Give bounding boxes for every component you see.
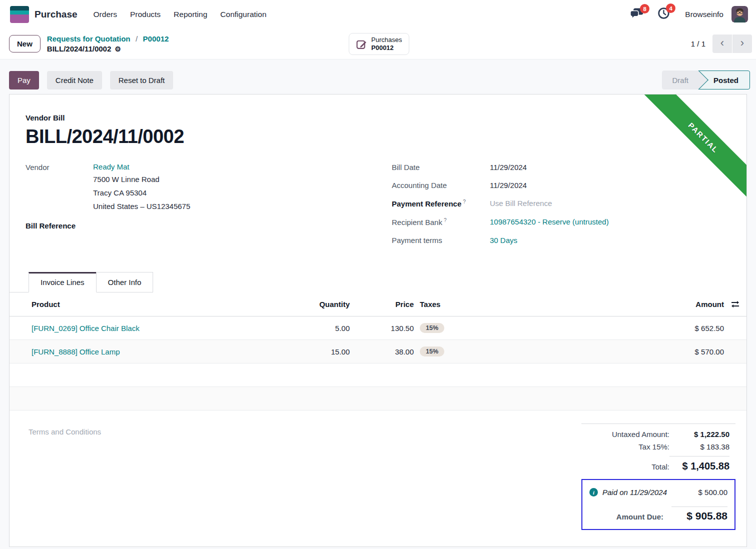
vendor-label: Vendor bbox=[26, 162, 93, 213]
action-buttons: Pay Credit Note Reset to Draft bbox=[9, 71, 173, 90]
notebook-tabs: Invoice Lines Other Info bbox=[10, 272, 153, 292]
total-label: Total: bbox=[651, 462, 669, 471]
recipient-bank-link[interactable]: 10987654320 - Reserve (untrusted) bbox=[490, 218, 609, 226]
help-icon: ? bbox=[444, 218, 447, 223]
bill-reference-label: Bill Reference bbox=[26, 221, 93, 231]
edit-icon bbox=[356, 39, 367, 50]
breadcrumb-p00012[interactable]: P00012 bbox=[143, 34, 169, 43]
gear-icon[interactable]: ⚙ bbox=[115, 44, 121, 54]
line-quantity[interactable]: 5.00 bbox=[310, 324, 350, 332]
totals-block: Untaxed Amount: $ 1,222.50 Tax 15%: $ 18… bbox=[581, 424, 735, 472]
vendor-link[interactable]: Ready Mat bbox=[93, 162, 130, 171]
total-value: $ 1,405.88 bbox=[669, 456, 729, 472]
status-bar: Pay Credit Note Reset to Draft Draft Pos… bbox=[0, 60, 756, 94]
reset-to-draft-button[interactable]: Reset to Draft bbox=[110, 71, 174, 90]
tax-value: $ 183.38 bbox=[669, 442, 729, 451]
pay-button[interactable]: Pay bbox=[9, 71, 39, 90]
accounting-date-value[interactable]: 11/29/2024 bbox=[490, 181, 527, 190]
pager-previous-button[interactable]: ‹ bbox=[712, 34, 732, 53]
document-name: BILL/2024/11/0002 bbox=[26, 126, 730, 148]
field-columns: Vendor Ready Mat 7500 W Linne Road Tracy… bbox=[26, 162, 730, 254]
accounting-date-label: Accounting Date bbox=[392, 181, 490, 190]
tab-invoice-lines[interactable]: Invoice Lines bbox=[29, 272, 97, 292]
menu-reporting[interactable]: Reporting bbox=[174, 10, 207, 19]
header-amount[interactable]: Amount bbox=[639, 300, 724, 308]
product-link[interactable]: [FURN_8888] Office Lamp bbox=[32, 348, 120, 356]
vendor-address-line: Tracy CA 95304 bbox=[93, 186, 190, 200]
pager: 1 / 1 ‹ › bbox=[691, 34, 752, 53]
purchase-app-icon bbox=[10, 6, 29, 23]
line-amount: $ 652.50 bbox=[639, 324, 724, 332]
header-taxes[interactable]: Taxes bbox=[414, 300, 504, 308]
terms-and-conditions-input[interactable]: Terms and Conditions bbox=[29, 424, 101, 530]
breadcrumb-current: BILL/2024/11/0002 bbox=[47, 44, 111, 54]
top-navbar: Purchase Orders Products Reporting Confi… bbox=[0, 0, 756, 28]
amount-due-label: Amount Due: bbox=[616, 512, 663, 521]
document-type-label: Vendor Bill bbox=[26, 114, 730, 122]
payment-terms-link[interactable]: 30 Days bbox=[490, 236, 517, 244]
breadcrumb: Requests for Quotation / P00012 BILL/202… bbox=[47, 34, 169, 54]
menu-products[interactable]: Products bbox=[130, 10, 161, 19]
menu-configuration[interactable]: Configuration bbox=[220, 10, 266, 19]
invoice-lines-table: Product Quantity Price Taxes Amount [FUR… bbox=[10, 292, 746, 410]
control-panel: New Requests for Quotation / P00012 BILL… bbox=[0, 28, 756, 60]
recipient-bank-label: Recipient Bank? bbox=[392, 218, 490, 226]
activities-badge: 4 bbox=[666, 4, 675, 13]
odoo-purchase-app: Purchase Orders Products Reporting Confi… bbox=[0, 0, 756, 549]
payment-terms-label: Payment terms bbox=[392, 236, 490, 244]
messages-badge: 8 bbox=[640, 4, 649, 14]
amount-due-value: $ 905.88 bbox=[671, 506, 727, 522]
header-price[interactable]: Price bbox=[350, 300, 414, 308]
info-icon[interactable]: i bbox=[589, 488, 598, 496]
chevron-left-icon: ‹ bbox=[720, 36, 724, 50]
invoice-line-row[interactable]: [FURN_0269] Office Chair Black 5.00 130.… bbox=[10, 316, 746, 340]
tax-label: Tax 15%: bbox=[638, 442, 669, 451]
adjust-columns-icon bbox=[731, 300, 739, 308]
menu-orders[interactable]: Orders bbox=[94, 10, 117, 19]
tax-badge[interactable]: 15% bbox=[420, 346, 444, 356]
paid-amount: $ 500.00 bbox=[698, 488, 727, 496]
vendor-bill-sheet: PARTIAL Vendor Bill BILL/2024/11/0002 Ve… bbox=[9, 94, 747, 547]
invoice-line-row[interactable]: [FURN_8888] Office Lamp 15.00 38.00 15% … bbox=[10, 340, 746, 364]
purchases-stat-button[interactable]: Purchases P00012 bbox=[349, 33, 409, 55]
header-product[interactable]: Product bbox=[10, 300, 310, 308]
product-link[interactable]: [FURN_0269] Office Chair Black bbox=[32, 324, 140, 332]
bill-reference-input[interactable] bbox=[93, 221, 203, 231]
bill-date-value[interactable]: 11/29/2024 bbox=[490, 163, 527, 172]
help-icon: ? bbox=[463, 199, 466, 204]
chevron-right-icon: › bbox=[740, 36, 744, 50]
line-amount: $ 570.00 bbox=[639, 348, 724, 356]
table-row-empty bbox=[10, 364, 746, 387]
navbar-systray: 8 4 Browseinfo bbox=[616, 6, 748, 22]
credit-note-button[interactable]: Credit Note bbox=[47, 71, 102, 90]
new-button[interactable]: New bbox=[9, 35, 41, 52]
stat-button-label: Purchases bbox=[371, 36, 402, 44]
untaxed-amount-label: Untaxed Amount: bbox=[612, 430, 669, 438]
main-menu: Orders Products Reporting Configuration bbox=[94, 10, 267, 19]
payment-reference-input[interactable]: Use Bill Reference bbox=[490, 199, 552, 208]
tab-other-info[interactable]: Other Info bbox=[96, 272, 154, 292]
app-name: Purchase bbox=[35, 9, 78, 20]
tax-badge[interactable]: 15% bbox=[420, 323, 444, 333]
payment-reference-label: Payment Reference? bbox=[392, 199, 490, 208]
line-quantity[interactable]: 15.00 bbox=[310, 348, 350, 356]
header-quantity[interactable]: Quantity bbox=[310, 300, 350, 308]
optional-columns-button[interactable] bbox=[724, 300, 746, 308]
activities-button[interactable]: 4 bbox=[657, 7, 670, 22]
sheet-footer: Terms and Conditions Untaxed Amount: $ 1… bbox=[10, 410, 746, 530]
line-price[interactable]: 130.50 bbox=[350, 324, 414, 332]
vendor-address-line: 7500 W Linne Road bbox=[93, 172, 190, 186]
app-switcher-button[interactable]: Purchase bbox=[10, 6, 78, 23]
paid-on-label: Paid on 11/29/2024 bbox=[602, 488, 667, 496]
pager-count: 1 / 1 bbox=[691, 40, 705, 48]
untaxed-amount-value: $ 1,222.50 bbox=[669, 430, 729, 438]
table-row-empty bbox=[10, 387, 746, 410]
user-avatar[interactable] bbox=[731, 6, 748, 22]
pager-next-button[interactable]: › bbox=[732, 34, 752, 53]
table-header-row: Product Quantity Price Taxes Amount bbox=[10, 292, 746, 316]
user-name[interactable]: Browseinfo bbox=[685, 10, 723, 19]
payment-status-box: i Paid on 11/29/2024 $ 500.00 Amount Due… bbox=[581, 479, 735, 530]
messages-button[interactable]: 8 bbox=[630, 8, 644, 21]
line-price[interactable]: 38.00 bbox=[350, 348, 414, 356]
breadcrumb-requests-for-quotation[interactable]: Requests for Quotation bbox=[47, 34, 131, 43]
